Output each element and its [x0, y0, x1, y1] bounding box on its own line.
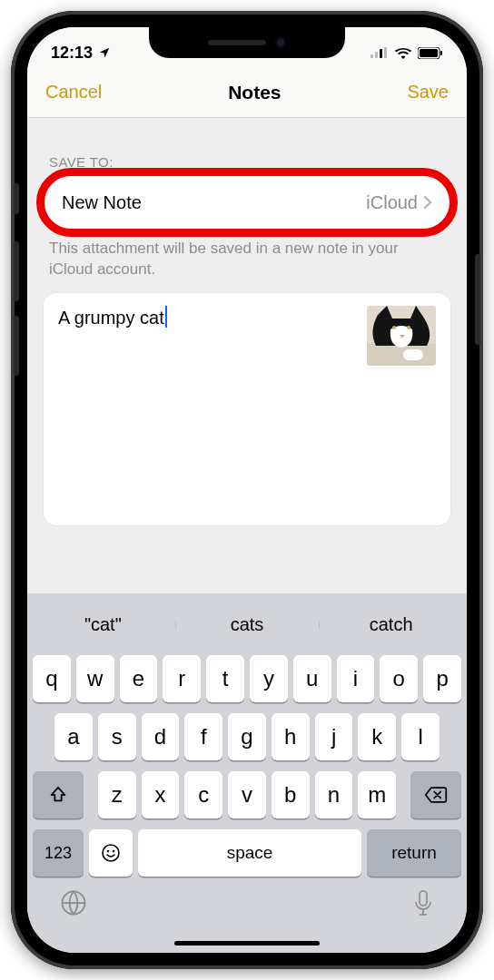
key-p[interactable]: p: [423, 655, 461, 702]
section-footnote: This attachment will be saved in a new n…: [27, 230, 467, 280]
battery-icon: [418, 47, 443, 59]
svg-rect-1: [375, 52, 378, 58]
section-label: SAVE TO:: [27, 154, 467, 175]
key-i[interactable]: i: [337, 655, 375, 702]
svg-rect-9: [403, 349, 423, 360]
dictation-icon[interactable]: [412, 889, 434, 918]
key-x[interactable]: x: [142, 771, 180, 818]
note-editor[interactable]: A grumpy cat: [44, 293, 450, 525]
key-c[interactable]: c: [184, 771, 222, 818]
key-s[interactable]: s: [98, 713, 136, 760]
space-key[interactable]: space: [138, 829, 361, 877]
home-indicator[interactable]: [174, 941, 320, 946]
svg-rect-2: [380, 49, 382, 58]
cell-title: New Note: [62, 192, 142, 213]
emoji-key[interactable]: [89, 829, 133, 877]
cancel-button[interactable]: Cancel: [45, 82, 102, 103]
key-t[interactable]: t: [206, 655, 244, 702]
globe-icon[interactable]: [60, 889, 87, 916]
key-b[interactable]: b: [272, 771, 310, 818]
suggestion-2[interactable]: cats: [175, 614, 320, 635]
key-v[interactable]: v: [228, 771, 266, 818]
key-r[interactable]: r: [163, 655, 201, 702]
svg-rect-6: [440, 51, 442, 55]
svg-point-14: [113, 850, 115, 853]
svg-point-10: [392, 326, 396, 329]
svg-point-12: [103, 845, 119, 861]
key-f[interactable]: f: [184, 713, 222, 760]
key-g[interactable]: g: [228, 713, 266, 760]
key-j[interactable]: j: [315, 713, 353, 760]
wifi-icon: [394, 46, 412, 59]
key-l[interactable]: l: [401, 713, 440, 760]
save-button[interactable]: Save: [407, 82, 449, 103]
key-k[interactable]: k: [358, 713, 396, 760]
key-e[interactable]: e: [120, 655, 158, 702]
save-to-cell[interactable]: New Note iCloud: [44, 175, 450, 230]
svg-point-13: [107, 850, 110, 853]
key-q[interactable]: q: [33, 655, 71, 702]
cell-signal-icon: [370, 47, 389, 58]
svg-rect-3: [384, 47, 387, 58]
status-time: 12:13: [51, 44, 93, 63]
key-h[interactable]: h: [272, 713, 310, 760]
key-a[interactable]: a: [54, 713, 93, 760]
keyboard: "cat" cats catch qwertyuiop asdfghjkl zx…: [27, 593, 467, 953]
numbers-key[interactable]: 123: [33, 829, 84, 877]
note-text: A grumpy cat: [58, 308, 164, 328]
location-icon: [98, 46, 111, 59]
svg-rect-0: [370, 54, 373, 58]
key-z[interactable]: z: [98, 771, 136, 818]
navbar: Cancel Notes Save: [27, 67, 467, 118]
svg-point-11: [407, 326, 410, 329]
key-o[interactable]: o: [380, 655, 418, 702]
text-cursor: [165, 306, 167, 328]
svg-rect-16: [420, 891, 427, 906]
suggestion-1[interactable]: "cat": [31, 614, 175, 635]
key-d[interactable]: d: [142, 713, 180, 760]
return-key[interactable]: return: [367, 829, 461, 877]
chevron-right-icon: [423, 195, 432, 210]
key-m[interactable]: m: [358, 771, 396, 818]
key-u[interactable]: u: [293, 655, 331, 702]
key-n[interactable]: n: [315, 771, 353, 818]
backspace-key[interactable]: [410, 771, 461, 818]
cell-value: iCloud: [366, 192, 418, 213]
key-y[interactable]: y: [250, 655, 288, 702]
page-title: Notes: [228, 82, 281, 103]
shift-key[interactable]: [33, 771, 84, 818]
attachment-thumbnail[interactable]: [367, 306, 436, 366]
svg-rect-5: [420, 49, 438, 57]
key-w[interactable]: w: [76, 655, 114, 702]
suggestion-3[interactable]: catch: [319, 614, 463, 635]
